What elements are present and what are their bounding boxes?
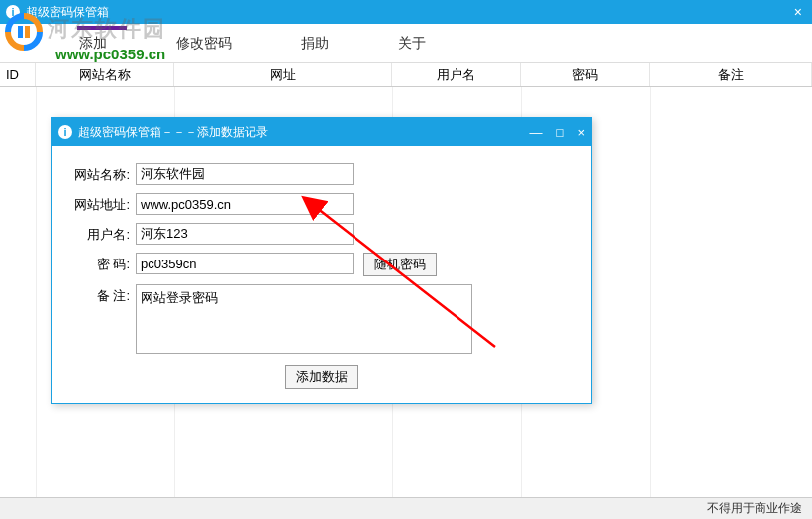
col-user[interactable]: 用户名 [392, 63, 521, 86]
menu-about[interactable]: 关于 [398, 35, 426, 52]
statusbar: 不得用于商业作途 [0, 497, 812, 519]
label-site-url: 网站地址: [66, 193, 136, 214]
accent-line [77, 26, 127, 30]
site-url-input[interactable] [136, 193, 354, 215]
grid-header: ID 网站名称 网址 用户名 密码 备注 [0, 63, 812, 87]
menu-add[interactable]: 添加 [79, 35, 107, 52]
site-name-input[interactable] [136, 163, 354, 185]
password-input[interactable] [136, 253, 354, 274]
label-site-name: 网站名称: [66, 163, 136, 184]
dialog-title: 超级密码保管箱－－－添加数据记录 [78, 124, 268, 141]
add-data-button[interactable]: 添加数据 [285, 365, 358, 389]
add-record-dialog: i 超级密码保管箱－－－添加数据记录 — □ × 网站名称: 网站地址: 用户名… [51, 117, 592, 404]
dialog-window-controls: — □ × [530, 118, 585, 146]
maximize-icon[interactable]: □ [557, 125, 564, 140]
col-pass[interactable]: 密码 [521, 63, 650, 86]
menubar: 添加 修改密码 捐助 关于 [0, 24, 812, 63]
label-note: 备 注: [66, 284, 136, 305]
label-username: 用户名: [66, 223, 136, 244]
col-id[interactable]: ID [0, 63, 36, 86]
note-textarea[interactable] [136, 284, 472, 354]
main-titlebar: i 超级密码保管箱 × [0, 0, 812, 24]
close-icon[interactable]: × [577, 125, 585, 140]
dialog-body: 网站名称: 网站地址: 用户名: 密 码: 随机密码 备 注: 添加数据 [52, 146, 591, 403]
col-url[interactable]: 网址 [174, 63, 392, 86]
label-password: 密 码: [66, 253, 136, 273]
main-close-icon[interactable]: × [794, 4, 802, 20]
info-icon: i [6, 5, 20, 19]
menu-change-password[interactable]: 修改密码 [176, 35, 232, 52]
username-input[interactable] [136, 223, 354, 245]
info-icon: i [58, 125, 72, 139]
minimize-icon[interactable]: — [530, 125, 543, 140]
status-text: 不得用于商业作途 [707, 500, 802, 517]
col-name[interactable]: 网站名称 [36, 63, 174, 86]
random-password-button[interactable]: 随机密码 [363, 253, 437, 276]
app-title: 超级密码保管箱 [26, 4, 109, 21]
col-note[interactable]: 备注 [650, 63, 812, 86]
menu-donate[interactable]: 捐助 [301, 35, 329, 52]
dialog-titlebar[interactable]: i 超级密码保管箱－－－添加数据记录 — □ × [52, 118, 591, 146]
